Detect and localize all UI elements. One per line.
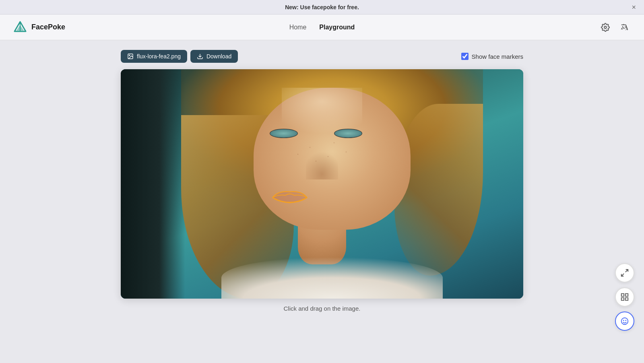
file-name-button[interactable]: flux-lora-fea2.png [121, 50, 187, 63]
svg-rect-12 [625, 294, 628, 296]
grid-icon [620, 293, 629, 301]
clothing [221, 257, 443, 299]
expand-float-button[interactable] [615, 263, 634, 283]
portrait-image [121, 69, 523, 299]
face-float-button[interactable] [615, 311, 634, 331]
face-markers-checkbox[interactable] [461, 53, 469, 60]
image-icon [127, 53, 134, 60]
banner-close-button[interactable]: × [632, 4, 636, 11]
download-icon [197, 53, 203, 60]
svg-point-15 [621, 318, 628, 325]
grid-float-button[interactable] [615, 287, 634, 307]
file-name-label: flux-lora-fea2.png [137, 53, 181, 60]
svg-rect-11 [621, 294, 624, 296]
svg-point-16 [623, 320, 624, 321]
caption: Click and drag on the image. [284, 305, 361, 312]
svg-point-7 [129, 55, 130, 56]
svg-rect-14 [625, 298, 628, 300]
translate-icon: A 文 [620, 23, 629, 32]
header: FacePoke Home Playground A 文 [0, 14, 644, 40]
nav-home[interactable]: Home [289, 24, 307, 31]
face-markers-label[interactable]: Show face markers [461, 53, 523, 60]
svg-point-3 [604, 26, 607, 29]
dark-edge [121, 69, 185, 299]
svg-rect-13 [621, 298, 624, 300]
svg-point-17 [625, 320, 626, 321]
settings-icon [601, 23, 610, 32]
svg-line-9 [625, 270, 628, 272]
header-actions: A 文 [599, 21, 631, 34]
download-label: Download [206, 53, 231, 60]
banner-text: New: Use facepoke for free. [285, 4, 359, 10]
lips-marker [258, 186, 322, 209]
top-banner: New: Use facepoke for free. × [0, 0, 644, 14]
svg-text:A: A [621, 27, 623, 30]
main-content: flux-lora-fea2.png Download Show face ma… [0, 40, 644, 363]
logo-area[interactable]: FacePoke [13, 20, 65, 35]
svg-text:文: 文 [625, 27, 628, 30]
toolbar-left: flux-lora-fea2.png Download [121, 50, 238, 63]
download-button[interactable]: Download [190, 50, 238, 63]
svg-line-10 [621, 274, 624, 276]
image-container[interactable] [121, 69, 523, 299]
logo-icon [13, 20, 27, 35]
caption-text: Click and drag on the image. [284, 305, 361, 312]
nav-playground[interactable]: Playground [319, 24, 355, 31]
logo-text: FacePoke [31, 23, 65, 31]
expand-icon [620, 268, 629, 277]
floating-buttons [615, 263, 634, 331]
toolbar-row: flux-lora-fea2.png Download Show face ma… [121, 50, 523, 63]
face-icon [620, 317, 629, 326]
main-nav: Home Playground [289, 24, 355, 31]
translate-button[interactable]: A 文 [618, 21, 631, 34]
freckles [262, 134, 382, 179]
toolbar-right: Show face markers [461, 53, 523, 60]
face-markers-text: Show face markers [472, 53, 523, 60]
settings-button[interactable] [599, 21, 612, 34]
forehead-highlight [282, 88, 362, 134]
